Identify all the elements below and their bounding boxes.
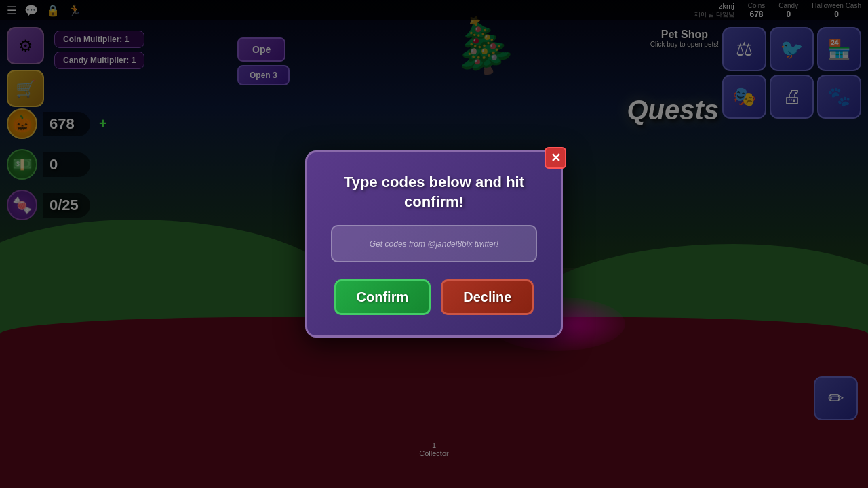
confirm-button[interactable]: Confirm	[334, 279, 431, 315]
dialog-title: Type codes below and hit confirm!	[331, 173, 537, 211]
dialog-close-button[interactable]: ✕	[545, 147, 566, 169]
modal-overlay: ✕ Type codes below and hit confirm! Get …	[0, 0, 868, 488]
decline-button[interactable]: Decline	[441, 279, 534, 315]
dialog-buttons: Confirm Decline	[331, 279, 537, 315]
code-dialog: ✕ Type codes below and hit confirm! Get …	[305, 150, 563, 338]
close-icon: ✕	[551, 150, 561, 165]
code-input-placeholder: Get codes from @jandel8blx twitter!	[370, 239, 498, 249]
code-input-area[interactable]: Get codes from @jandel8blx twitter!	[331, 225, 537, 262]
